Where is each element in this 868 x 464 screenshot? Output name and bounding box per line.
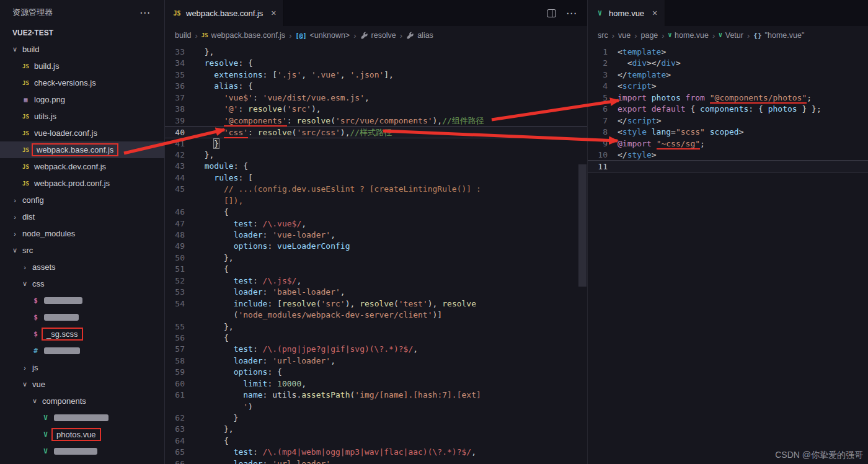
breadcrumb-item[interactable]: page <box>641 31 658 40</box>
code-text: resolve: { <box>195 58 587 69</box>
breadcrumb-item[interactable]: build <box>175 31 191 40</box>
tab-home-vue[interactable]: V home.vue × <box>588 0 665 26</box>
breadcrumb-item[interactable]: alias <box>406 31 433 40</box>
code-editor[interactable]: 1<template>2 <div></div>3</template>4<sc… <box>588 45 868 464</box>
tree-item-vue[interactable]: ∨vue <box>0 376 164 393</box>
breadcrumb: build›JSwebpack.base.conf.js›[@]<unknown… <box>165 26 587 45</box>
line-number: 63 <box>165 424 195 435</box>
code-line: 8<style lang="scss" scoped> <box>588 127 868 138</box>
code-text: alias: { <box>195 81 587 92</box>
code-line: 48 loader: 'vue-loader', <box>165 230 587 241</box>
code-editor[interactable]: 33 },34 resolve: {35 extensions: ['.js',… <box>165 45 587 464</box>
code-text <box>618 161 868 171</box>
js-icon: JS <box>21 80 30 86</box>
line-number: 49 <box>165 241 195 252</box>
breadcrumb-item[interactable]: vue <box>618 31 631 40</box>
close-icon[interactable]: × <box>271 8 276 18</box>
redacted-label <box>44 314 79 321</box>
tree-item-photos.vue[interactable]: Vphotos.vue <box>0 426 164 443</box>
tree-item-css[interactable]: ∨css <box>0 275 164 292</box>
scrollbar[interactable] <box>578 164 587 287</box>
more-actions-icon[interactable]: ⋯ <box>140 6 151 19</box>
code-line: 3</template> <box>588 69 868 81</box>
vue-icon: V <box>41 447 50 455</box>
tree-item-node_modules[interactable]: ›node_modules <box>0 225 164 242</box>
tree-item-label: css <box>32 279 45 288</box>
chevron-right-icon: › <box>21 264 29 271</box>
code-text: options: { <box>195 367 587 378</box>
tree-item-config[interactable]: ›config <box>0 192 164 208</box>
breadcrumb-item[interactable]: JSwebpack.base.conf.js <box>202 31 285 40</box>
breadcrumb-item[interactable]: {}"home.vue" <box>753 31 804 40</box>
tree-item-redacted[interactable]: V <box>0 443 164 460</box>
breadcrumb-label: webpack.base.conf.js <box>211 31 286 40</box>
code-line: ') <box>165 401 587 413</box>
tree-item-redacted[interactable]: $ <box>0 292 164 309</box>
tab-webpack-base-conf[interactable]: JS webpack.base.conf.js × <box>165 0 284 26</box>
img-icon: ▦ <box>21 96 30 103</box>
breadcrumb-item[interactable]: VVetur <box>719 31 743 40</box>
breadcrumb-label: alias <box>417 31 433 40</box>
tree-item-_sg.scss[interactable]: $_sg.scss <box>0 326 164 342</box>
tree-item-webpack.base.conf.js[interactable]: JSwebpack.base.conf.js <box>0 141 164 158</box>
tree-item-build[interactable]: ∨build <box>0 41 164 58</box>
tree-item-label: logo.png <box>34 95 65 104</box>
tree-item-redacted[interactable]: # <box>0 342 164 359</box>
line-number <box>165 310 195 321</box>
tree-item-build.js[interactable]: JSbuild.js <box>0 58 164 74</box>
code-text: }, <box>195 321 587 332</box>
tree-item-redacted[interactable]: $ <box>0 309 164 326</box>
code-line: 61 name: utils.assetsPath('img/[name].[h… <box>165 390 587 401</box>
breadcrumb-item[interactable]: Vhome.vue <box>668 31 709 40</box>
line-number: 6 <box>588 104 618 115</box>
line-number: 59 <box>165 367 195 378</box>
code-text: test: /\.(png|jpe?g|gif|svg)(\?.*)?$/, <box>195 344 587 355</box>
line-number: 7 <box>588 115 618 127</box>
tree-item-src[interactable]: ∨src <box>0 242 164 259</box>
editor-more-actions-icon[interactable]: ⋯ <box>566 7 577 20</box>
line-number: 39 <box>165 115 195 127</box>
line-number <box>165 401 195 413</box>
tree-item-logo.png[interactable]: ▦logo.png <box>0 91 164 108</box>
breadcrumb-item[interactable]: [@]<unknown> <box>295 31 350 40</box>
tree-item-assets[interactable]: ›assets <box>0 259 164 275</box>
tree-item-js[interactable]: ›js <box>0 359 164 376</box>
scss-icon: $ <box>31 313 40 321</box>
chevron-right-icon: › <box>11 197 19 204</box>
code-line: 50 }, <box>165 252 587 264</box>
code-text: []), <box>195 195 587 207</box>
chevron-right-icon: › <box>11 230 19 238</box>
tree-item-webpack.prod.conf.js[interactable]: JSwebpack.prod.conf.js <box>0 175 164 192</box>
js-icon: JS <box>21 147 30 153</box>
code-text: export default { components: { photos } … <box>618 104 868 115</box>
code-text: { <box>195 332 587 344</box>
code-text: limit: 10000, <box>195 378 587 390</box>
tree-item-dist[interactable]: ›dist <box>0 208 164 225</box>
tree-item-webpack.dev.conf.js[interactable]: JSwebpack.dev.conf.js <box>0 158 164 175</box>
line-number: 56 <box>165 332 195 344</box>
project-root[interactable]: VUE2-TEST <box>0 25 164 41</box>
breadcrumb-item[interactable]: resolve <box>360 31 396 40</box>
tree-item-components[interactable]: ∨components <box>0 393 164 409</box>
redacted-label <box>54 448 97 455</box>
close-icon[interactable]: × <box>652 8 657 18</box>
explorer-title: 资源管理器 <box>12 7 53 18</box>
breadcrumb-label: vue <box>618 31 631 40</box>
tree-item-label: check-versions.js <box>34 78 96 87</box>
line-number: 60 <box>165 378 195 390</box>
split-editor-icon[interactable] <box>547 9 556 17</box>
line-number: 45 <box>165 184 195 195</box>
breadcrumb-item[interactable]: src <box>598 31 608 40</box>
js-icon: JS <box>21 63 30 69</box>
tree-item-check-versions.js[interactable]: JScheck-versions.js <box>0 74 164 91</box>
code-text: { <box>195 207 587 218</box>
code-text: loader: 'babel-loader', <box>195 287 587 298</box>
tree-item-vue-loader.conf.js[interactable]: JSvue-loader.conf.js <box>0 125 164 141</box>
breadcrumb-separator: › <box>353 31 356 40</box>
tree-item-utils.js[interactable]: JSutils.js <box>0 108 164 125</box>
line-number: 38 <box>165 104 195 115</box>
code-line: 53 loader: 'babel-loader', <box>165 287 587 298</box>
tree-item-redacted[interactable]: V <box>0 409 164 426</box>
line-number <box>165 195 195 207</box>
code-text: { <box>195 264 587 275</box>
